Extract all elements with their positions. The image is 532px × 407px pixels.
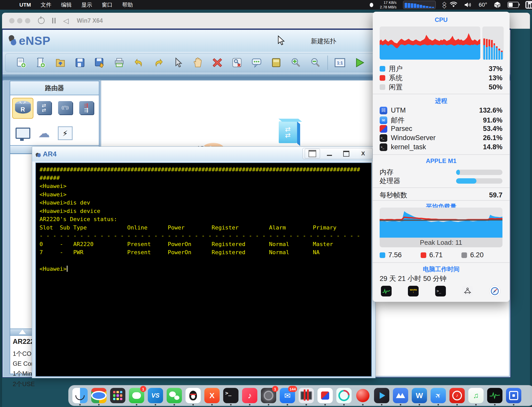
menu-view[interactable]: 显示: [82, 1, 92, 8]
open-topology-icon[interactable]: [55, 57, 66, 68]
start-device-icon[interactable]: [354, 57, 365, 68]
switch-node-icon: ⇄⇄: [279, 121, 297, 143]
wifi-icon[interactable]: [450, 2, 457, 8]
category-router-selected[interactable]: ↖↗R: [12, 98, 33, 119]
menu-app-name[interactable]: UTM: [19, 2, 31, 8]
terminal-close-button[interactable]: X: [356, 149, 370, 158]
firewall-icon: ⚡: [58, 126, 73, 140]
category-switch[interactable]: ⇄⇄: [33, 98, 55, 118]
dock-item-chrome[interactable]: [91, 388, 107, 403]
terminal-titlebar[interactable]: AR4 X: [32, 147, 375, 161]
dock-item-wechat[interactable]: [166, 388, 182, 403]
ensp-logo-icon: [9, 35, 17, 46]
dock-item-apple-music[interactable]: ♪: [242, 388, 258, 403]
delete-icon[interactable]: [212, 57, 223, 68]
dock-item-red-orb[interactable]: [355, 388, 371, 403]
actual-size-icon[interactable]: 1:1: [334, 57, 345, 68]
category-lan-switch[interactable]: ⇶⇶: [76, 98, 97, 118]
minimize-traffic-light[interactable]: [17, 18, 22, 23]
dock-item-terminal[interactable]: >_: [223, 388, 239, 403]
menu-help[interactable]: 帮助: [122, 1, 133, 8]
zoom-out-icon[interactable]: [310, 57, 321, 68]
dock-item-utm[interactable]: [506, 388, 522, 403]
dock-item-parsec[interactable]: [317, 388, 333, 403]
palette-icon[interactable]: [271, 57, 282, 68]
new-topology-icon[interactable]: [16, 57, 27, 68]
redo-icon[interactable]: [153, 57, 164, 68]
dock-item-bird-app[interactable]: ✈: [430, 388, 446, 403]
dock-item-blue-peaks[interactable]: [393, 388, 408, 403]
terminal-restore-button[interactable]: [305, 149, 320, 158]
activity-graph-widget-icon[interactable]: [381, 286, 392, 296]
temperature-widget[interactable]: 60°: [479, 2, 487, 8]
undo-icon[interactable]: [133, 57, 144, 68]
dock-item-launchpad[interactable]: [110, 388, 126, 403]
process-row-utm[interactable]: 回 UTM132.6%: [380, 106, 502, 114]
network-speed-widget[interactable]: 17 KB/s 2.78 MB/s: [380, 0, 396, 9]
volume-icon[interactable]: [464, 2, 472, 8]
dock-item-messages[interactable]: 1: [129, 388, 144, 403]
close-traffic-light[interactable]: [9, 18, 15, 23]
terminal-widget-icon[interactable]: >_: [435, 286, 446, 296]
category-pc[interactable]: [12, 123, 33, 143]
dock-item-settings-dark[interactable]: 1: [261, 388, 276, 403]
bars-widget-icon[interactable]: [525, 1, 532, 9]
cube-app-icon[interactable]: [494, 1, 501, 8]
processes-section-title: 进程: [373, 97, 510, 105]
battery-icon[interactable]: [508, 2, 519, 8]
dock-item-qq-music[interactable]: ♫: [468, 388, 484, 403]
power-icon[interactable]: [38, 17, 45, 24]
select-cursor-icon[interactable]: [172, 57, 184, 68]
dock-item-netease-music[interactable]: ♪: [449, 388, 465, 403]
terminal-prompt-line: <Huawei>: [39, 265, 371, 273]
save-icon[interactable]: [74, 57, 86, 68]
process-row-parsec[interactable]: Parsec53.4%: [380, 125, 502, 133]
load-average-chart: [380, 208, 502, 238]
warning-widget-icon[interactable]: WARN!: [408, 286, 419, 296]
dock-item-mail[interactable]: ✉144: [280, 388, 295, 403]
process-row-mail[interactable]: ✉ 邮件91.6%: [380, 116, 502, 125]
pause-icon[interactable]: [52, 18, 56, 23]
category-cloud[interactable]: ☁: [33, 123, 55, 143]
process-row-kernel-task[interactable]: >_ kernel_task14.8%: [380, 143, 502, 151]
menu-file[interactable]: 文件: [41, 1, 51, 8]
disconnect-icon[interactable]: ◁: [63, 17, 69, 25]
section-divider: [373, 154, 510, 155]
fps-row: 每秒帧数 59.7: [380, 191, 502, 200]
gauge-widget-icon[interactable]: [489, 286, 500, 297]
menu-edit[interactable]: 编辑: [61, 1, 72, 8]
zoom-in-icon[interactable]: [290, 57, 301, 68]
terminal-line: 7 - PWR Present PowerOn Registered Norma…: [39, 248, 371, 257]
zoom-traffic-light[interactable]: [25, 18, 30, 23]
category-wireless[interactable]: ((ᵀ)): [55, 98, 76, 118]
print-icon[interactable]: [114, 57, 125, 68]
save-as-icon[interactable]: [94, 57, 105, 68]
dock-item-word[interactable]: W: [411, 388, 427, 403]
terminal-console[interactable]: ########################################…: [35, 162, 372, 377]
dock-item-video-player[interactable]: [374, 388, 390, 403]
dock-item-ecg-monitor[interactable]: [487, 388, 503, 403]
terminal-minimize-button[interactable]: [322, 149, 337, 158]
section-divider: [373, 262, 510, 263]
stacked-diamonds-icon[interactable]: ◇◇: [442, 2, 443, 8]
menu-window[interactable]: 窗口: [102, 1, 113, 8]
annotation-icon[interactable]: [251, 57, 262, 68]
category-firewall[interactable]: ⚡: [55, 123, 76, 143]
pan-hand-icon[interactable]: [192, 57, 203, 68]
vm-title: Win7 X64: [77, 17, 103, 24]
dock-item-finder[interactable]: [72, 388, 88, 403]
sidebar-panel-title[interactable]: 路由器: [10, 81, 99, 95]
process-row-windowserver[interactable]: >_ WindowServer26.1%: [380, 134, 502, 142]
dock-item-x-app[interactable]: X: [204, 388, 220, 403]
dock-item-vscode[interactable]: VS: [148, 388, 163, 403]
terminal-maximize-button[interactable]: [339, 149, 354, 158]
new-test-icon[interactable]: [35, 57, 46, 68]
section-divider: [373, 187, 510, 188]
dock-item-rings-app[interactable]: [336, 388, 352, 403]
delete-link-icon[interactable]: [231, 57, 243, 68]
dock-item-vm-display[interactable]: [298, 388, 314, 403]
wireless-icon: ((ᵀ)): [58, 101, 72, 114]
hanger-widget-icon[interactable]: [462, 286, 473, 296]
dock-item-qq[interactable]: [185, 388, 201, 403]
menubar-cpu-histogram-widget[interactable]: [403, 1, 436, 9]
